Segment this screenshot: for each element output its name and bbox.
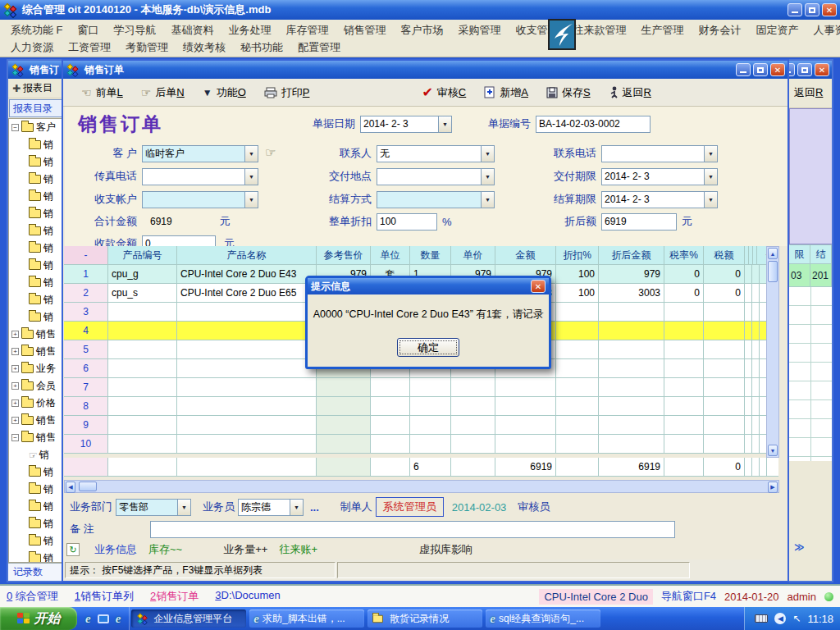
- tree-item[interactable]: 销: [9, 550, 63, 563]
- table-cell[interactable]: [410, 416, 451, 435]
- table-cell[interactable]: 0: [664, 284, 704, 303]
- table-cell[interactable]: [556, 303, 599, 322]
- menu-item[interactable]: 基础资料: [164, 23, 221, 38]
- biz-info-link[interactable]: 业务信息: [94, 542, 137, 557]
- table-cell[interactable]: [371, 397, 410, 416]
- table-cell[interactable]: 100: [556, 265, 599, 284]
- tree-toggle-icon[interactable]: +: [11, 399, 19, 407]
- table-cell[interactable]: [745, 340, 752, 359]
- tree-item[interactable]: −销售: [9, 429, 63, 446]
- ie-icon[interactable]: e: [116, 612, 121, 626]
- table-cell[interactable]: [599, 340, 664, 359]
- tree-item[interactable]: 销: [9, 532, 63, 550]
- place-combo[interactable]: ▼: [377, 168, 495, 185]
- menu-item[interactable]: 采购管理: [451, 23, 509, 38]
- tree-toggle-icon[interactable]: +: [11, 417, 19, 424]
- column-header[interactable]: 单位: [371, 246, 410, 265]
- menu-item[interactable]: 工资管理: [61, 40, 118, 55]
- table-cell[interactable]: [108, 359, 177, 378]
- back-return-button[interactable]: 返回R: [789, 79, 832, 108]
- tree-item[interactable]: −客户: [9, 119, 63, 136]
- tree-item[interactable]: 销: [9, 308, 63, 326]
- back-close-icon[interactable]: ✕: [815, 63, 829, 76]
- menu-item[interactable]: 业务处理: [221, 23, 279, 38]
- phone-combo[interactable]: ▼: [601, 145, 718, 162]
- table-cell[interactable]: [752, 397, 760, 416]
- menu-item[interactable]: 配置管理: [290, 40, 348, 55]
- menu-item[interactable]: 人事资料: [806, 23, 840, 38]
- tree-toggle-icon[interactable]: +: [11, 348, 19, 355]
- taskbar-task[interactable]: 企业信息管理平台: [131, 609, 246, 628]
- column-header[interactable]: 金额: [495, 246, 556, 265]
- table-cell[interactable]: [451, 378, 495, 397]
- column-header[interactable]: 产品编号: [108, 246, 177, 265]
- table-cell[interactable]: 100: [556, 284, 599, 303]
- report-toolbar-button[interactable]: ✚ 报表目: [8, 79, 64, 98]
- table-cell[interactable]: [177, 378, 317, 397]
- column-header[interactable]: 单价: [451, 246, 495, 265]
- keyboard-icon[interactable]: [755, 614, 768, 623]
- fw-minimize-icon[interactable]: [736, 63, 751, 76]
- taskbar-task[interactable]: esql经典查询语句_...: [486, 609, 600, 628]
- table-cell[interactable]: [451, 435, 495, 454]
- hide-icons-icon[interactable]: ◀: [774, 613, 786, 624]
- table-cell[interactable]: [745, 359, 752, 378]
- table-cell[interactable]: [704, 359, 745, 378]
- table-cell[interactable]: [556, 397, 599, 416]
- table-cell[interactable]: [371, 416, 410, 435]
- table-cell[interactable]: [495, 435, 556, 454]
- table-cell[interactable]: [556, 378, 599, 397]
- tree-toggle-icon[interactable]: +: [11, 365, 19, 372]
- taskbar-task[interactable]: e求助_脚本出错，...: [249, 609, 364, 628]
- table-cell[interactable]: [752, 416, 760, 435]
- table-cell[interactable]: [451, 416, 495, 435]
- dept-combo[interactable]: 零售部▼: [116, 499, 191, 516]
- menu-item[interactable]: 库存管理: [279, 23, 336, 38]
- menu-item[interactable]: 固定资产: [749, 23, 806, 38]
- pick-customer-icon[interactable]: ☞: [265, 145, 276, 160]
- menu-item[interactable]: 系统功能 F: [3, 23, 71, 38]
- tree-item[interactable]: 销: [9, 291, 63, 308]
- table-cell[interactable]: [664, 322, 704, 340]
- table-cell[interactable]: 0: [704, 265, 745, 284]
- ie-icon[interactable]: e: [85, 612, 91, 626]
- tree-item[interactable]: 销: [9, 136, 63, 153]
- desktop-icon[interactable]: [98, 614, 109, 623]
- table-cell[interactable]: [704, 322, 745, 340]
- table-cell[interactable]: [556, 322, 599, 340]
- table-cell[interactable]: [495, 416, 556, 435]
- menu-item[interactable]: 绩效考核: [176, 40, 233, 55]
- table-cell[interactable]: [177, 435, 317, 454]
- table-cell[interactable]: [752, 265, 760, 284]
- tree-item[interactable]: 销: [9, 498, 63, 515]
- back-maximize-icon[interactable]: [797, 63, 812, 76]
- table-cell[interactable]: [745, 265, 752, 284]
- table-cell[interactable]: cpu_g: [108, 265, 177, 284]
- menu-item[interactable]: 学习导航: [107, 23, 164, 38]
- tree-item[interactable]: 销: [9, 171, 63, 188]
- table-cell[interactable]: [495, 397, 556, 416]
- window-tab[interactable]: 3D:\Documen: [215, 589, 280, 604]
- table-cell[interactable]: [704, 435, 745, 454]
- tree-item[interactable]: 销: [9, 188, 63, 205]
- table-cell[interactable]: [664, 435, 704, 454]
- deliver-combo[interactable]: 2014- 2- 3▼: [601, 168, 718, 185]
- refresh-icon[interactable]: ↻: [66, 543, 80, 556]
- table-cell[interactable]: [599, 397, 664, 416]
- table-cell[interactable]: [752, 284, 760, 303]
- table-cell[interactable]: [752, 340, 760, 359]
- table-row[interactable]: 10: [64, 435, 778, 454]
- tree-toggle-icon[interactable]: −: [11, 124, 19, 131]
- window-tab[interactable]: 2销售订单: [150, 589, 199, 604]
- table-cell[interactable]: [177, 322, 317, 340]
- close-icon[interactable]: ✕: [822, 3, 837, 16]
- table-cell[interactable]: [108, 435, 177, 454]
- scroll-right-icon[interactable]: ≫: [794, 541, 805, 553]
- table-cell[interactable]: [317, 378, 371, 397]
- tree-item[interactable]: +销售: [9, 343, 63, 360]
- after-discount-input[interactable]: 6919: [601, 213, 677, 231]
- column-header[interactable]: -: [64, 246, 108, 265]
- table-cell[interactable]: [704, 378, 745, 397]
- account-combo[interactable]: ▼: [142, 191, 258, 208]
- table-cell[interactable]: [599, 378, 664, 397]
